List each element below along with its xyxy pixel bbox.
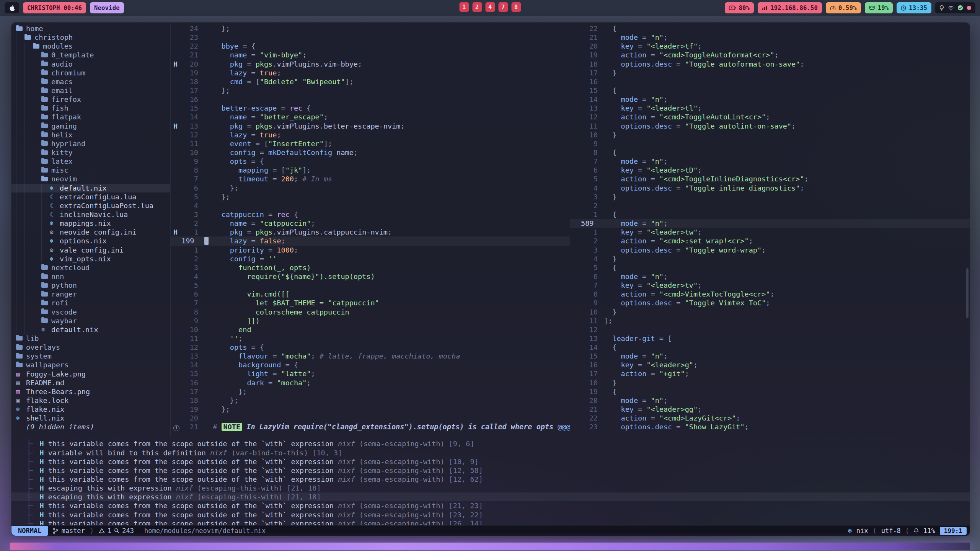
code-line[interactable]: H13 pkg = pkgs.vimPlugins.better-escape-…	[171, 122, 570, 130]
code-line[interactable]: 15 light = "latte";	[171, 369, 570, 378]
code-line[interactable]: 11 options.desc = "Toggle autolint-on-sa…	[570, 122, 970, 130]
code-line[interactable]: 17 };	[171, 86, 570, 95]
tree-item[interactable]: fish	[11, 104, 170, 112]
code-line[interactable]: H20 pkg = pkgs.vimPlugins.vim-bbye;	[171, 60, 570, 68]
tree-item[interactable]: modules	[11, 42, 170, 51]
code-line[interactable]: 6 mode = "n";	[570, 272, 970, 281]
scrollbar-thumb[interactable]	[966, 268, 969, 318]
tree-item[interactable]: hyprland	[11, 139, 170, 148]
tree-item[interactable]: misc	[11, 166, 170, 174]
code-line[interactable]: i21 # NOTE In LazyVim require("clangd_ex…	[171, 422, 570, 431]
code-line[interactable]: 22 bbye = {	[171, 42, 570, 51]
code-line[interactable]: 13 flavour = "mocha"; # latte, frappe, m…	[171, 352, 570, 360]
tree-item[interactable]: neovim	[11, 174, 170, 183]
tree-item[interactable]: ▨Three-Bears.png	[11, 387, 170, 396]
tree-item[interactable]: ❄default.nix	[11, 184, 170, 192]
code-line[interactable]: 8 mapping = ["jk"];	[171, 166, 570, 174]
tree-item[interactable]: ▨Foggy-Lake.png	[11, 369, 170, 378]
tree-item[interactable]: vscode	[11, 308, 170, 316]
workspace-4[interactable]: 4	[485, 2, 495, 12]
diagnostic-row[interactable]: ├╴ H this variable comes from the scope …	[11, 519, 970, 525]
code-line[interactable]: 17 action = "+git";	[570, 369, 970, 378]
code-line[interactable]: 589 mode = "n";	[570, 219, 970, 228]
tree-item[interactable]: overlays	[11, 343, 170, 352]
tree-item[interactable]: chromium	[11, 68, 170, 77]
notification-dot-icon[interactable]	[967, 5, 972, 10]
code-line[interactable]: 5 {	[570, 263, 970, 272]
code-line[interactable]: 3 catppuccin = rec {	[171, 210, 570, 219]
code-line[interactable]: 5 action = "<cmd>ToggleInlineDiagnostics…	[570, 174, 970, 183]
tree-item[interactable]: ⚙neovide_config.ini	[11, 228, 170, 236]
tree-item[interactable]: gaming	[11, 122, 170, 130]
code-line[interactable]: 3 options.desc = "Toggle word-wrap";	[570, 246, 970, 254]
tree-item[interactable]: python	[11, 281, 170, 290]
code-line[interactable]: 199 lazy = false;	[171, 236, 570, 245]
code-line[interactable]: 16 key = "<leader>g";	[570, 360, 970, 369]
code-line[interactable]: 4 }	[570, 254, 970, 263]
code-line[interactable]: 3 function(_, opts)	[171, 263, 570, 272]
code-line[interactable]: 7 timeout = 200; # In ms	[171, 174, 570, 183]
code-line[interactable]: 4 options.desc = "Toggle inline diagnost…	[570, 184, 970, 192]
code-line[interactable]: 19 lazy = true;	[171, 68, 570, 77]
tree-item[interactable]: rofi	[11, 298, 170, 307]
code-line[interactable]: 11 '';	[171, 334, 570, 343]
diagnostic-row[interactable]: ├╴ H this variable comes from the scope …	[11, 501, 970, 510]
code-line[interactable]: 19 {	[570, 387, 970, 396]
diagnostic-row[interactable]: ├╴ H escaping this with expression nixf …	[11, 492, 970, 501]
code-line[interactable]: 16	[570, 77, 970, 86]
code-line[interactable]: 15 better-escape = rec {	[171, 104, 570, 112]
code-line[interactable]: 7 mode = "n";	[570, 157, 970, 166]
code-line[interactable]: 14 {	[570, 343, 970, 352]
code-line[interactable]: 12	[570, 325, 970, 334]
code-line[interactable]: H1 pkg = pkgs.vimPlugins.catppuccin-nvim…	[171, 228, 570, 236]
code-line[interactable]: 12 lazy = true;	[171, 130, 570, 139]
code-line[interactable]: 15 mode = "n";	[570, 352, 970, 360]
code-line[interactable]: 24 };	[171, 24, 570, 33]
tree-item[interactable]: kitty	[11, 148, 170, 157]
code-line[interactable]: 23 options.desc = "Show LazyGit";	[570, 422, 970, 431]
workspace-7[interactable]: 7	[498, 2, 508, 12]
code-line[interactable]: 9	[570, 139, 970, 148]
code-line[interactable]: 10 }	[570, 308, 970, 316]
diagnostic-row[interactable]: ├╴ H escaping this with expression nixf …	[11, 484, 970, 492]
code-line[interactable]: 2 name = "catppuccin";	[171, 219, 570, 228]
code-line[interactable]: 8 {	[570, 148, 970, 157]
code-line[interactable]: 10 config = mkDefaultConfig name;	[171, 148, 570, 157]
code-line[interactable]: 20 mode = "n";	[570, 396, 970, 405]
code-line[interactable]: 14 background = {	[171, 360, 570, 369]
code-line[interactable]: 19 };	[171, 405, 570, 414]
tree-item[interactable]: ❄options.nix	[11, 236, 170, 245]
tree-item[interactable]: ☾extraConfigLua.lua	[11, 192, 170, 201]
diagnostic-row[interactable]: ├╴ H this variable comes from the scope …	[11, 510, 970, 519]
code-line[interactable]: 17 };	[171, 387, 570, 396]
code-line[interactable]: 8 action = "<cmd>VimtexTocToggle<cr>";	[570, 290, 970, 298]
tree-item[interactable]: nnn	[11, 272, 170, 281]
code-line[interactable]: 12 opts = {	[171, 343, 570, 352]
code-line[interactable]: 4	[171, 201, 570, 210]
tree-item[interactable]: ❄mappings.nix	[11, 219, 170, 228]
tree-item[interactable]: 0_template	[11, 51, 170, 59]
tree-item[interactable]: waybar	[11, 316, 170, 325]
code-line[interactable]: 19 action = "<cmd>ToggleAutoformat<cr>";	[570, 51, 970, 59]
code-line[interactable]: 10 end	[171, 325, 570, 334]
code-line[interactable]: 14 name = "better_escape";	[171, 112, 570, 121]
tree-item[interactable]: ▤README.md	[11, 378, 170, 387]
code-line[interactable]: 9 options.desc = "Toggle Vimtex ToC";	[570, 298, 970, 307]
code-line[interactable]: 2 action = "<cmd>:set wrap!<cr>";	[570, 236, 970, 245]
tree-item[interactable]: lib	[11, 334, 170, 343]
code-line[interactable]: 18 cmd = ["Bdelete" "Bwipeout"];	[171, 77, 570, 86]
code-line[interactable]: 12 action = "<cmd>ToggleAutoLint<cr>";	[570, 112, 970, 121]
tree-item[interactable]: flatpak	[11, 112, 170, 121]
tree-item[interactable]: ▣flake.lock	[11, 396, 170, 405]
code-line[interactable]: 9 opts = {	[171, 157, 570, 166]
code-line[interactable]: 17 }	[570, 68, 970, 77]
code-line[interactable]: 1 {	[570, 210, 970, 219]
diagnostic-row[interactable]: ├╴ H this variable comes from the scope …	[11, 475, 970, 484]
tree-item[interactable]: ❄shell.nix	[11, 414, 170, 422]
code-line[interactable]: 14 mode = "n";	[570, 95, 970, 104]
tree-item[interactable]: (9 hidden items)	[11, 422, 170, 431]
code-line[interactable]: 6 key = "<leader>tD";	[570, 166, 970, 174]
tree-item[interactable]: ☾extraConfigLuaPost.lua	[11, 201, 170, 210]
code-line[interactable]: 1 priority = 1000;	[171, 246, 570, 254]
wifi-icon[interactable]	[948, 5, 954, 11]
